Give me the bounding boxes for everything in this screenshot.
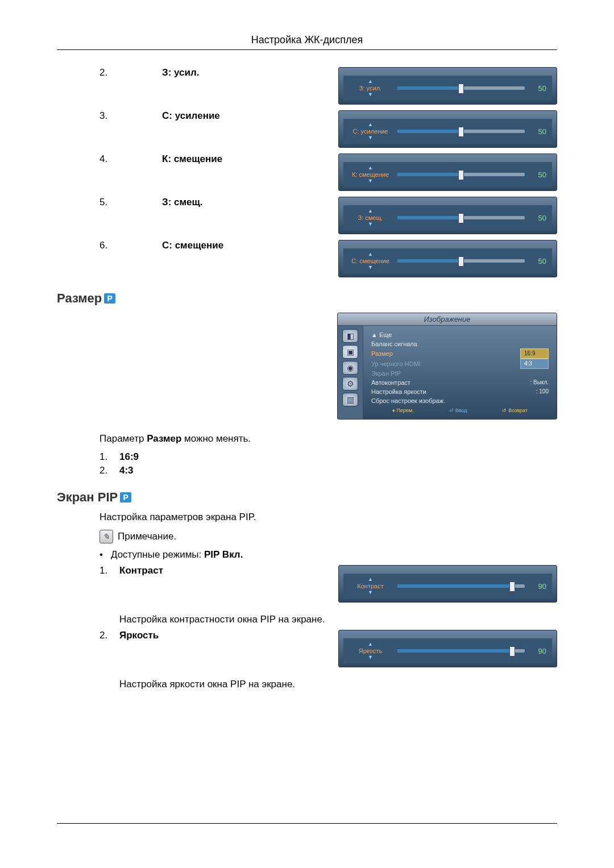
list-label: С: усиление bbox=[162, 110, 259, 122]
gain-row: 5. З: смещ. ▲ З: смещ. ▼ 50 bbox=[57, 197, 557, 234]
slider-label: С: усиление bbox=[353, 127, 388, 135]
osd-line-more: ▲ Еще bbox=[371, 330, 392, 339]
osd-line-balance: Баланс сигнала bbox=[371, 339, 417, 348]
osd-footer-back: ↺ Возврат bbox=[502, 408, 528, 413]
slider-handle[interactable] bbox=[458, 213, 464, 223]
pip-item: 2. Яркость ▲ Яркость ▼ 90 Настройка ярко… bbox=[57, 630, 557, 690]
p-badge-icon: P bbox=[104, 293, 115, 304]
pip-intro: Настройка параметров экрана PIP. bbox=[57, 512, 557, 523]
slider-panel: ▲ С: усиление ▼ 50 bbox=[338, 110, 557, 148]
osd-title: Изображение bbox=[338, 313, 557, 326]
osd-line-size-label: Размер bbox=[371, 349, 393, 358]
list-number: 2. bbox=[57, 67, 162, 78]
list-label: Контраст bbox=[119, 565, 163, 576]
gain-row: 2. З: усил. ▲ З: усил. ▼ 50 bbox=[57, 67, 557, 105]
pip-item-desc: Настройка контрастности окна PIP на экра… bbox=[57, 614, 557, 625]
list-label: 16:9 bbox=[119, 451, 139, 463]
bullet-dot-icon: • bbox=[99, 549, 103, 560]
osd-icon-setup: ⚙ bbox=[342, 377, 358, 391]
osd-icon-multi: ▥ bbox=[342, 393, 358, 406]
size-option-row: 1. 16:9 bbox=[57, 451, 557, 463]
slider-handle[interactable] bbox=[458, 256, 464, 267]
arrow-down-icon: ▼ bbox=[368, 135, 373, 140]
slider-handle[interactable] bbox=[458, 127, 464, 137]
list-number: 6. bbox=[57, 240, 162, 251]
list-number: 5. bbox=[57, 197, 162, 208]
gain-row: 6. С: смещение ▲ С: смещение ▼ 50 bbox=[57, 240, 557, 277]
osd-line-size-value: 16:9 bbox=[520, 348, 549, 359]
size-desc: Параметр Размер можно менять. bbox=[57, 433, 557, 445]
size-options-list: 1. 16:92. 4:3 bbox=[57, 451, 557, 476]
slider-panel: ▲ К: смещение ▼ 50 bbox=[338, 153, 557, 191]
pip-item-desc: Настройка яркости окна PIP на экране. bbox=[57, 679, 557, 690]
osd-line-autocontrast-value: : Выкл. bbox=[530, 378, 549, 387]
list-number: 2. bbox=[99, 630, 119, 641]
arrow-up-icon: ▲ bbox=[368, 209, 373, 214]
osd-footer-enter: ⏎ Ввод bbox=[449, 408, 467, 413]
list-number: 4. bbox=[57, 153, 162, 165]
arrow-down-icon: ▼ bbox=[368, 590, 373, 595]
osd-line-bright-label: Настройка яркости bbox=[371, 387, 426, 396]
arrow-up-icon: ▲ bbox=[368, 79, 373, 84]
slider-panel: ▲ Яркость ▼ 90 bbox=[338, 630, 557, 667]
slider-track[interactable] bbox=[397, 216, 525, 219]
slider-panel: ▲ Контраст ▼ 90 bbox=[338, 565, 557, 603]
slider-label: С: смещение bbox=[351, 257, 389, 265]
slider-label: К: смещение bbox=[352, 171, 389, 178]
list-label: З: усил. bbox=[162, 67, 259, 78]
list-label: Яркость bbox=[119, 630, 159, 641]
slider-track[interactable] bbox=[397, 86, 525, 90]
arrow-down-icon: ▼ bbox=[368, 222, 373, 227]
arrow-down-icon: ▼ bbox=[368, 265, 373, 270]
list-label: К: смещение bbox=[162, 153, 259, 165]
slider-handle[interactable] bbox=[509, 582, 515, 592]
slider-value: 90 bbox=[530, 582, 546, 591]
size-option-row: 2. 4:3 bbox=[57, 465, 557, 476]
list-label: З: смещ. bbox=[162, 197, 259, 208]
section-heading-size-text: Размер bbox=[57, 291, 102, 306]
osd-footer-move: ♦ Перем. bbox=[392, 408, 414, 413]
gain-offset-list: 2. З: усил. ▲ З: усил. ▼ 50 3. С: усилен… bbox=[57, 67, 557, 277]
arrow-down-icon: ▼ bbox=[368, 92, 373, 97]
osd-icon-sound: ◉ bbox=[342, 361, 358, 375]
pip-item: 1. Контраст ▲ Контраст ▼ 90 Настройка ко… bbox=[57, 565, 557, 625]
slider-value: 90 bbox=[530, 647, 546, 655]
osd-line-pip: Экран PIP bbox=[371, 369, 401, 378]
slider-label: Яркость bbox=[359, 647, 382, 655]
slider-value: 50 bbox=[530, 171, 546, 179]
slider-track[interactable] bbox=[397, 649, 525, 653]
slider-label: Контраст bbox=[357, 582, 383, 590]
note-label: Примечание. bbox=[118, 531, 176, 542]
arrow-up-icon: ▲ bbox=[368, 642, 373, 647]
slider-track[interactable] bbox=[397, 584, 525, 588]
slider-handle[interactable] bbox=[458, 84, 464, 94]
osd-footer: ♦ Перем. ⏎ Ввод ↺ Возврат bbox=[371, 405, 549, 417]
osd-line-hdmi-label: Ур черного HDMI bbox=[371, 359, 421, 368]
osd-content: ▲ Еще Баланс сигнала Размер 16:9 Ур черн… bbox=[363, 326, 557, 419]
list-number: 2. bbox=[99, 465, 119, 476]
slider-handle[interactable] bbox=[509, 646, 515, 657]
arrow-up-icon: ▲ bbox=[368, 165, 373, 171]
slider-track[interactable] bbox=[397, 173, 525, 176]
slider-value: 50 bbox=[530, 257, 546, 265]
osd-icon-picture: ◧ bbox=[342, 329, 358, 343]
slider-handle[interactable] bbox=[458, 170, 464, 180]
list-label: 4:3 bbox=[119, 465, 134, 476]
osd-line-bright-value: : 100 bbox=[536, 387, 549, 396]
header-rule bbox=[57, 49, 557, 50]
pip-items-list: 1. Контраст ▲ Контраст ▼ 90 Настройка ко… bbox=[57, 565, 557, 690]
slider-value: 50 bbox=[530, 127, 546, 136]
slider-label: З: смещ. bbox=[358, 214, 383, 222]
pip-modes-bullet: • Доступные режимы: PIP Вкл. bbox=[57, 549, 557, 560]
osd-line-autocontrast-label: Автоконтраст bbox=[371, 378, 410, 387]
osd-line-hdmi-value: 4:3 bbox=[520, 359, 549, 369]
document-page: Настройка ЖК-дисплея 2. З: усил. ▲ З: ус… bbox=[0, 0, 614, 868]
slider-track[interactable] bbox=[397, 130, 525, 133]
section-heading-size: Размер P bbox=[57, 291, 557, 306]
slider-value: 50 bbox=[530, 84, 546, 93]
slider-track[interactable] bbox=[397, 259, 525, 263]
osd-side-icons: ◧ ▣ ◉ ⚙ ▥ bbox=[338, 326, 363, 419]
note-row: ✎ Примечание. bbox=[57, 530, 557, 543]
list-label: С: смещение bbox=[162, 240, 259, 251]
list-number: 3. bbox=[57, 110, 162, 122]
